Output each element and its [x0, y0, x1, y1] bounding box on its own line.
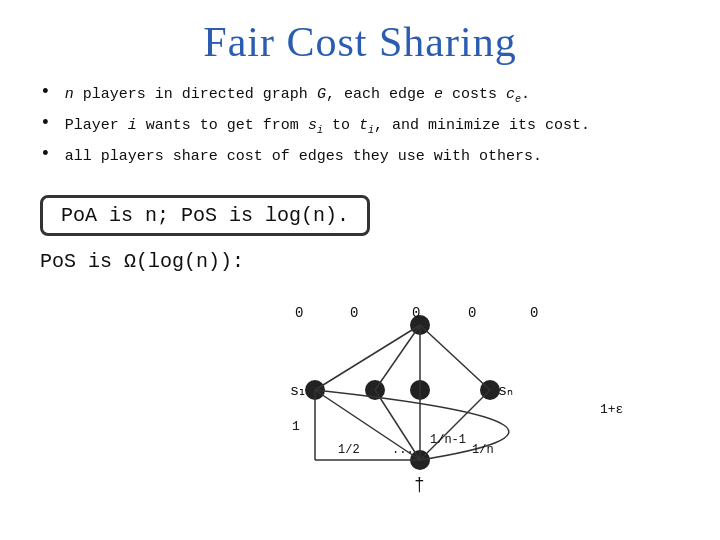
pos-line: PoS is Ω(log(n)): — [40, 250, 720, 273]
s1-label: s₁ — [290, 383, 305, 400]
diagram-area: 0 0 0 0 0 s₁ sₙ † 1/2 ... 1/n-1 1/n 1 1+… — [220, 290, 690, 510]
bullet-item-3: • all players share cost of edges they u… — [40, 146, 690, 169]
bullet-text-2: Player i wants to get from si to ti, and… — [65, 115, 590, 138]
left-label: 1 — [292, 419, 300, 434]
bullet-dot-1: • — [40, 82, 51, 102]
edge-label-half: 1/2 — [338, 443, 360, 457]
edge-hub-mid1 — [375, 325, 420, 390]
zero-label-2: 0 — [412, 305, 420, 321]
poa-box: PoA is n; PoS is log(n). — [40, 195, 370, 236]
zero-label-1: 0 — [350, 305, 358, 321]
edge-label-n: 1/n — [472, 443, 494, 457]
bullet-dot-2: • — [40, 113, 51, 133]
bullet-list: • n players in directed graph G, each ed… — [40, 84, 690, 169]
edge-label-dots: ... — [392, 443, 414, 457]
zero-label-3: 0 — [468, 305, 476, 321]
right-label: 1+ε — [600, 402, 623, 417]
bullet-text-1: n players in directed graph G, each edge… — [65, 84, 530, 107]
diagram-svg: 0 0 0 0 0 s₁ sₙ † 1/2 ... 1/n-1 1/n 1 1+… — [220, 290, 690, 510]
page-title: Fair Cost Sharing — [0, 0, 720, 66]
bullet-item-2: • Player i wants to get from si to ti, a… — [40, 115, 690, 138]
t-label: † — [414, 475, 425, 495]
bullet-text-3: all players share cost of edges they use… — [65, 146, 542, 169]
zero-label-4: 0 — [530, 305, 538, 321]
sn-label: sₙ — [498, 383, 513, 400]
bullet-item-1: • n players in directed graph G, each ed… — [40, 84, 690, 107]
zero-label-0: 0 — [295, 305, 303, 321]
edge-label-n-1: 1/n-1 — [430, 433, 466, 447]
edge-hub-sn — [420, 325, 490, 390]
edge-hub-s1 — [315, 325, 420, 390]
bullet-dot-3: • — [40, 144, 51, 164]
